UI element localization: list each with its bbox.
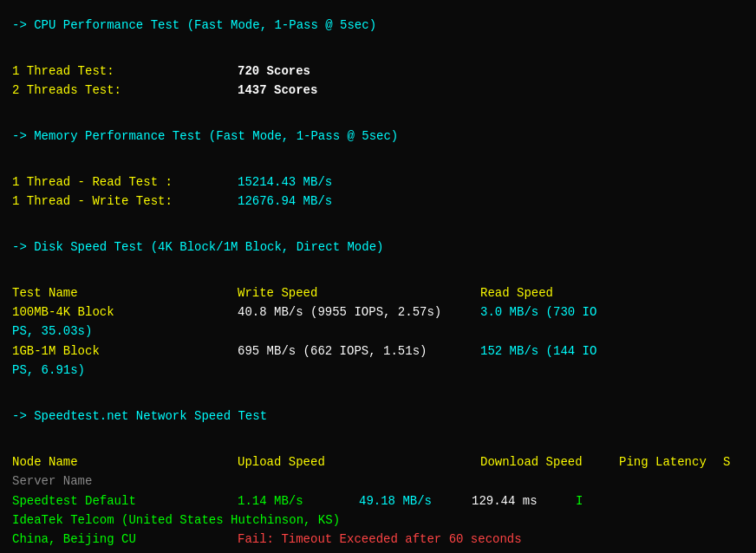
speedtest-header: -> Speedtest.net Network Speed Test xyxy=(12,407,744,426)
disk-col-read: Read Speed xyxy=(480,283,553,303)
disk-table-header: Test Name Write Speed Read Speed xyxy=(12,283,744,303)
speedtest-row-3: China, Shanghai CT 1.02 MB/s 1.15 MB/s 3… xyxy=(12,550,744,553)
disk-row-1-read-cont: PS, 35.03s) xyxy=(12,322,92,341)
speedtest-row-0-download: 49.18 MB/s xyxy=(359,491,472,511)
speedtest-col-s: S xyxy=(723,452,740,472)
disk-row-2-cont: PS, 6.91s) xyxy=(12,361,744,380)
speedtest-row-1-node: IdeaTek Telcom (United States Hutchinson… xyxy=(12,513,340,527)
speedtest-col-server: Server Name xyxy=(12,472,92,491)
cpu-thread2-value: 1437 Scores xyxy=(238,81,317,100)
speedtest-col-upload: Upload Speed xyxy=(238,452,480,472)
speedtest-row-1: IdeaTek Telcom (United States Hutchinson… xyxy=(12,511,744,530)
speedtest-row-0: Speedtest Default 1.14 MB/s 49.18 MB/s 1… xyxy=(12,491,744,511)
speedtest-row-3-ping: 37.67 ms xyxy=(472,550,576,553)
disk-header: -> Disk Speed Test (4K Block/1M Block, D… xyxy=(12,237,744,257)
cpu-header: -> CPU Performance Test (Fast Mode, 1-Pa… xyxy=(12,16,744,35)
cpu-thread1-label: 1 Thread Test: xyxy=(12,62,238,81)
speedtest-row-3-s: C xyxy=(576,550,583,553)
speedtest-row-2: China, Beijing CU Fail: Timeout Exceeded… xyxy=(12,530,744,549)
memory-read-row: 1 Thread - Read Test : 15214.43 MB/s xyxy=(12,172,744,192)
speedtest-col-node: Node Name xyxy=(12,452,238,472)
disk-row-1-cont: PS, 35.03s) xyxy=(12,322,744,341)
speedtest-row-3-node: China, Shanghai CT xyxy=(12,550,238,553)
cpu-thread2-label: 2 Threads Test: xyxy=(12,81,238,100)
disk-row-2: 1GB-1M Block 695 MB/s (662 IOPS, 1.51s) … xyxy=(12,342,744,381)
disk-col-write: Write Speed xyxy=(238,283,480,303)
speedtest-row-3-download: 1.15 MB/s xyxy=(359,550,472,553)
speedtest-row-3-upload: 1.02 MB/s xyxy=(238,550,359,553)
speedtest-section: -> Speedtest.net Network Speed Test Node… xyxy=(12,407,744,553)
speedtest-table-header: Node Name Upload Speed Download Speed Pi… xyxy=(12,452,744,472)
memory-section: -> Memory Performance Test (Fast Mode, 1… xyxy=(12,127,744,211)
memory-read-value: 15214.43 MB/s xyxy=(238,172,332,192)
speedtest-row-2-fail: Fail: Timeout Exceeded after 60 seconds xyxy=(238,530,522,549)
disk-row-2-name: 1GB-1M Block xyxy=(12,342,238,361)
disk-row-1-write: 40.8 MB/s (9955 IOPS, 2.57s) xyxy=(238,303,480,322)
disk-row-1-main: 100MB-4K Block 40.8 MB/s (9955 IOPS, 2.5… xyxy=(12,303,744,322)
memory-write-value: 12676.94 MB/s xyxy=(238,192,332,211)
cpu-thread1-value: 720 Scores xyxy=(238,62,310,81)
memory-write-label: 1 Thread - Write Test: xyxy=(12,192,238,211)
disk-section: -> Disk Speed Test (4K Block/1M Block, D… xyxy=(12,237,744,381)
disk-row-2-read-cont: PS, 6.91s) xyxy=(12,361,85,380)
memory-header: -> Memory Performance Test (Fast Mode, 1… xyxy=(12,127,744,146)
terminal-output: -> CPU Performance Test (Fast Mode, 1-Pa… xyxy=(12,16,744,553)
memory-write-row: 1 Thread - Write Test: 12676.94 MB/s xyxy=(12,192,744,211)
speedtest-col-download: Download Speed xyxy=(480,452,619,472)
speedtest-row-0-upload: 1.14 MB/s xyxy=(238,491,359,511)
cpu-thread1-row: 1 Thread Test: 720 Scores xyxy=(12,62,744,81)
speedtest-row-0-node: Speedtest Default xyxy=(12,491,238,511)
cpu-section: -> CPU Performance Test (Fast Mode, 1-Pa… xyxy=(12,16,744,101)
speedtest-row-0-s: I xyxy=(576,491,583,511)
disk-row-1-read: 3.0 MB/s (730 IO xyxy=(480,303,596,322)
disk-row-2-read: 152 MB/s (144 IO xyxy=(480,342,596,361)
disk-col-name: Test Name xyxy=(12,283,238,303)
disk-row-2-write: 695 MB/s (662 IOPS, 1.51s) xyxy=(238,342,480,361)
cpu-thread2-row: 2 Threads Test: 1437 Scores xyxy=(12,81,744,100)
speedtest-row-0-ping: 129.44 ms xyxy=(472,491,576,511)
disk-row-2-main: 1GB-1M Block 695 MB/s (662 IOPS, 1.51s) … xyxy=(12,342,744,361)
memory-read-label: 1 Thread - Read Test : xyxy=(12,172,238,192)
disk-row-1-name: 100MB-4K Block xyxy=(12,303,238,322)
speedtest-row-2-node: China, Beijing CU xyxy=(12,530,238,549)
speedtest-col-server-row: Server Name xyxy=(12,472,744,491)
disk-row-1: 100MB-4K Block 40.8 MB/s (9955 IOPS, 2.5… xyxy=(12,303,744,342)
speedtest-col-ping: Ping Latency xyxy=(619,452,723,472)
